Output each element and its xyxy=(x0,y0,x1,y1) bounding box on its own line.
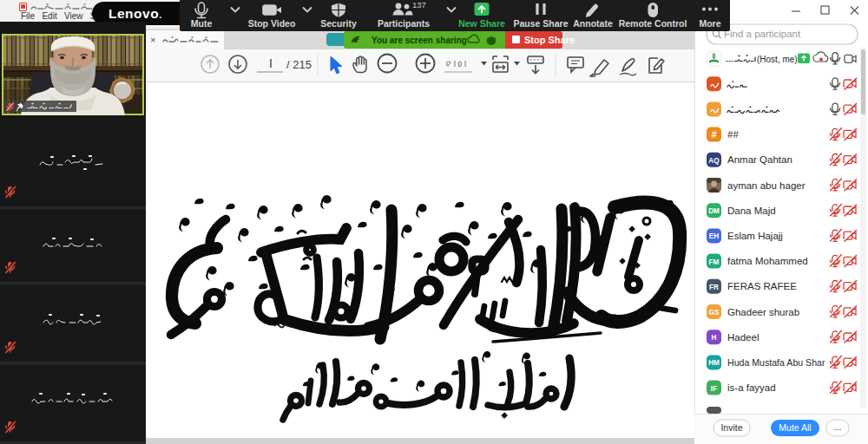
svg-text:HM: HM xyxy=(708,359,720,367)
svg-text:Dana Majd: Dana Majd xyxy=(727,206,776,216)
svg-text:ayman abu hager: ayman abu hager xyxy=(727,180,806,191)
svg-text:GS: GS xyxy=(709,309,720,317)
svg-text:Mute: Mute xyxy=(191,18,213,29)
svg-text:H: H xyxy=(712,334,717,342)
svg-text:137: 137 xyxy=(412,0,426,10)
svg-text:Hadeel: Hadeel xyxy=(727,332,759,343)
svg-text:IF: IF xyxy=(711,385,717,393)
svg-text:EH: EH xyxy=(709,232,719,240)
svg-text:Stop Video: Stop Video xyxy=(248,18,296,29)
svg-text:fatma Mohammed: fatma Mohammed xyxy=(727,256,808,266)
svg-text:New Share: New Share xyxy=(458,18,505,29)
svg-text:is-a fayyad: is-a fayyad xyxy=(727,382,776,393)
svg-text:Remote Control: Remote Control xyxy=(619,18,687,29)
svg-text:FR: FR xyxy=(709,284,719,291)
svg-text:Ghadeer shurab: Ghadeer shurab xyxy=(727,307,799,317)
svg-text:Huda Mustafa Abu Shar: Huda Mustafa Abu Shar xyxy=(727,357,825,368)
svg-text:DM: DM xyxy=(708,207,720,215)
svg-text:(Host, me): (Host, me) xyxy=(757,55,798,64)
svg-text:FERAS RAFEE: FERAS RAFEE xyxy=(727,281,797,291)
svg-text:AQ: AQ xyxy=(708,157,720,165)
svg-text:##: ## xyxy=(727,129,739,140)
svg-text:#: # xyxy=(711,129,716,140)
svg-text:Eslam Hajajj: Eslam Hajajj xyxy=(727,231,783,241)
svg-text:FM: FM xyxy=(709,258,720,266)
svg-text:Participants: Participants xyxy=(378,18,430,29)
svg-text:Invite: Invite xyxy=(720,422,742,433)
svg-text:More: More xyxy=(699,18,720,29)
svg-text:/ 215: / 215 xyxy=(286,58,312,71)
svg-text:Anmar Qahtan: Anmar Qahtan xyxy=(727,154,792,165)
svg-text:Mute All: Mute All xyxy=(779,422,811,433)
svg-text:...: ... xyxy=(834,421,842,432)
svg-text:Pause Share: Pause Share xyxy=(513,18,568,29)
svg-text:Annotate: Annotate xyxy=(573,18,613,29)
svg-text:Security: Security xyxy=(320,18,357,29)
svg-text:Find a participant: Find a participant xyxy=(724,29,801,39)
